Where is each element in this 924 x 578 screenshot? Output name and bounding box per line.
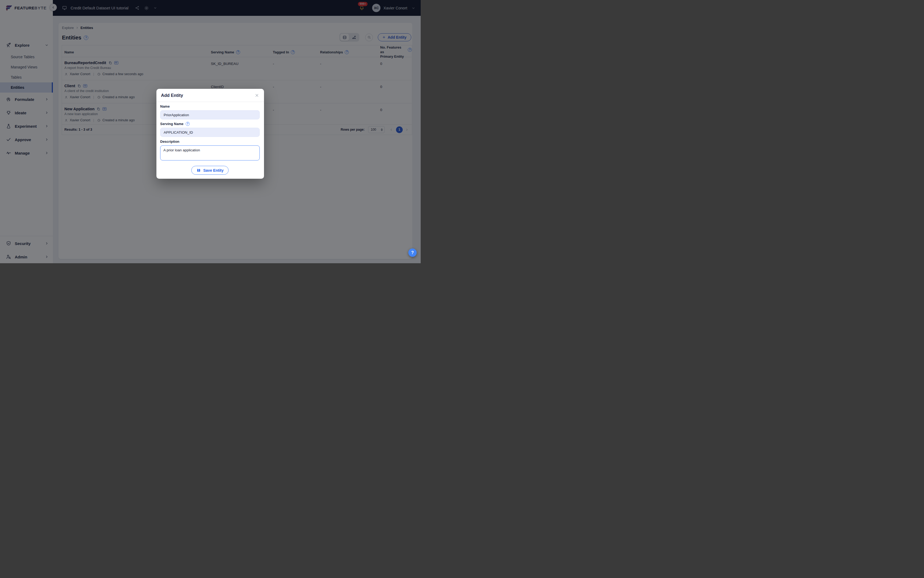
save-disk-icon bbox=[196, 168, 201, 172]
description-textarea[interactable]: A prior loan application bbox=[160, 145, 260, 161]
add-entity-modal: Add Entity Name Serving Name ? Descripti… bbox=[156, 89, 264, 179]
serving-name-field-label: Serving Name bbox=[160, 122, 183, 126]
save-entity-button[interactable]: Save Entity bbox=[191, 166, 229, 175]
help-floating-button[interactable]: ? bbox=[409, 248, 417, 257]
serving-name-input[interactable] bbox=[160, 128, 260, 137]
app-root: Credit Default Dataset UI tutorial 999+ … bbox=[0, 0, 421, 263]
entity-name-input[interactable] bbox=[160, 110, 260, 119]
modal-title: Add Entity bbox=[161, 93, 183, 98]
serving-name-field-help-icon[interactable]: ? bbox=[186, 122, 190, 126]
name-field-label: Name bbox=[160, 104, 260, 109]
description-field-label: Description bbox=[160, 140, 260, 144]
close-icon bbox=[255, 93, 259, 97]
modal-close-button[interactable] bbox=[255, 93, 259, 98]
